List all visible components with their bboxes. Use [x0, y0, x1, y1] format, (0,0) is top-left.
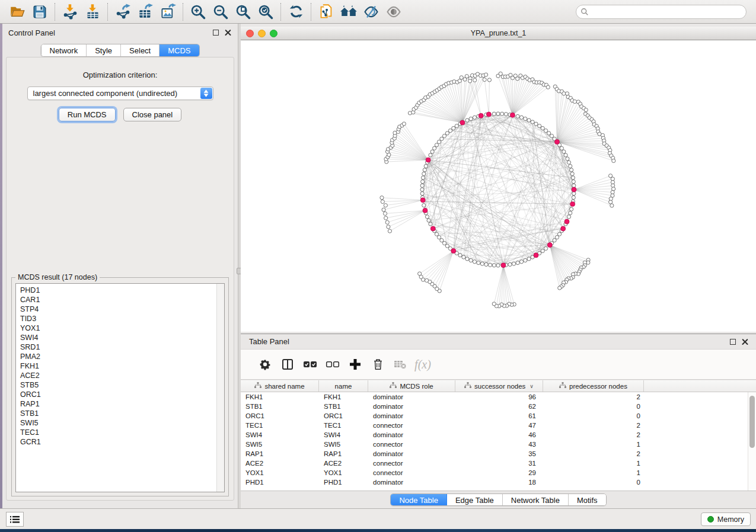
- network-node[interactable]: [571, 176, 575, 180]
- deselect-all-icon[interactable]: [321, 360, 344, 368]
- column-header-predecessor-nodes[interactable]: predecessor nodes: [543, 380, 644, 392]
- network-node[interactable]: [473, 116, 476, 119]
- network-node[interactable]: [557, 232, 561, 236]
- zoom-fit-icon[interactable]: [232, 2, 254, 21]
- network-node[interactable]: [477, 261, 480, 265]
- table-row[interactable]: SWI4SWI4dominator462: [241, 430, 756, 440]
- network-canvas[interactable]: [241, 40, 756, 332]
- column-header-shared-name[interactable]: shared name: [241, 380, 319, 392]
- network-node[interactable]: [445, 244, 449, 248]
- optimization-criterion-select[interactable]: largest connected component (undirected): [27, 86, 213, 100]
- network-node[interactable]: [569, 211, 572, 214]
- network-node[interactable]: [611, 184, 615, 187]
- network-node[interactable]: [430, 150, 434, 153]
- refresh-layout-icon[interactable]: [285, 2, 307, 21]
- network-node[interactable]: [452, 126, 455, 130]
- network-node[interactable]: [437, 235, 441, 239]
- network-node[interactable]: [440, 239, 444, 242]
- network-node[interactable]: [496, 264, 500, 267]
- network-node[interactable]: [492, 302, 496, 306]
- table-row[interactable]: TEC1TEC1connector472: [241, 421, 756, 430]
- show-panel-icon[interactable]: [382, 2, 405, 21]
- mcds-result-item[interactable]: ORC1: [20, 390, 224, 399]
- network-node[interactable]: [560, 146, 563, 150]
- network-node[interactable]: [516, 261, 519, 265]
- network-node[interactable]: [524, 258, 527, 262]
- hide-panel-icon[interactable]: [360, 2, 382, 21]
- import-table-icon[interactable]: [81, 2, 104, 21]
- network-node[interactable]: [424, 164, 428, 168]
- network-mcds-node[interactable]: [561, 226, 566, 231]
- network-node[interactable]: [423, 168, 426, 172]
- network-mcds-node[interactable]: [451, 249, 456, 254]
- network-node[interactable]: [468, 79, 472, 83]
- table-row[interactable]: STB1STB1dominator620: [241, 402, 756, 411]
- network-node[interactable]: [500, 112, 504, 116]
- network-node[interactable]: [448, 129, 452, 132]
- zoom-in-icon[interactable]: [187, 2, 209, 21]
- network-node[interactable]: [473, 78, 477, 82]
- import-network-icon[interactable]: [59, 2, 81, 21]
- mcds-result-list[interactable]: PHD1CAR1STP4TID3YOX1SWI4SRD1PMA2FKH1ACE2…: [15, 283, 225, 492]
- network-node[interactable]: [564, 153, 567, 157]
- open-session-icon[interactable]: [6, 2, 28, 21]
- network-node[interactable]: [572, 192, 576, 196]
- network-node[interactable]: [384, 216, 388, 220]
- network-node[interactable]: [380, 196, 384, 200]
- network-node[interactable]: [562, 150, 566, 153]
- close-panel-button[interactable]: Close panel: [123, 108, 182, 121]
- function-builder-icon[interactable]: f(x): [412, 358, 434, 371]
- table-row[interactable]: FKH1FKH1dominator962: [241, 392, 756, 402]
- node-table[interactable]: shared namenameMCDS rolesuccessor nodes∨…: [241, 380, 756, 491]
- network-node[interactable]: [570, 168, 573, 172]
- network-node[interactable]: [381, 200, 384, 203]
- network-node[interactable]: [570, 172, 574, 175]
- export-network-icon[interactable]: [111, 2, 134, 21]
- network-node[interactable]: [547, 132, 551, 135]
- network-node[interactable]: [550, 134, 553, 137]
- tab-select[interactable]: Select: [121, 44, 160, 56]
- mcds-result-item[interactable]: FKH1: [20, 361, 224, 371]
- new-network-icon[interactable]: [315, 2, 337, 21]
- column-header-name[interactable]: name: [319, 380, 368, 392]
- network-node[interactable]: [504, 113, 508, 116]
- network-node[interactable]: [524, 117, 527, 120]
- export-table-icon[interactable]: [134, 2, 157, 21]
- network-node[interactable]: [382, 208, 385, 211]
- mcds-result-item[interactable]: RAP1: [20, 399, 224, 409]
- network-node[interactable]: [519, 260, 523, 264]
- network-node[interactable]: [573, 100, 576, 103]
- network-node[interactable]: [569, 164, 572, 168]
- delete-table-icon[interactable]: [389, 360, 412, 369]
- network-node[interactable]: [421, 180, 425, 184]
- network-node[interactable]: [402, 122, 406, 126]
- close-table-panel-icon[interactable]: [742, 338, 749, 345]
- network-node[interactable]: [469, 117, 473, 120]
- table-tab-node-table[interactable]: Node Table: [391, 494, 447, 505]
- home-icon[interactable]: [337, 2, 360, 21]
- network-node[interactable]: [480, 262, 484, 265]
- table-scrollbar[interactable]: [748, 392, 756, 491]
- network-mcds-node[interactable]: [564, 219, 569, 224]
- network-node[interactable]: [546, 85, 550, 89]
- network-node[interactable]: [440, 137, 444, 140]
- tab-mcds[interactable]: MCDS: [160, 44, 199, 56]
- network-mcds-node[interactable]: [554, 139, 559, 144]
- network-node[interactable]: [458, 254, 462, 257]
- mcds-result-item[interactable]: ACE2: [20, 371, 224, 380]
- network-mcds-node[interactable]: [572, 187, 576, 192]
- float-table-panel-icon[interactable]: [730, 339, 736, 345]
- mcds-result-item[interactable]: PHD1: [20, 286, 224, 295]
- zoom-out-icon[interactable]: [209, 2, 232, 21]
- network-node[interactable]: [445, 132, 449, 135]
- network-node[interactable]: [544, 129, 547, 132]
- network-node[interactable]: [458, 79, 461, 82]
- network-node[interactable]: [483, 78, 486, 81]
- mcds-result-item[interactable]: SWI5: [20, 418, 224, 428]
- mcds-result-item[interactable]: SWI4: [20, 333, 224, 342]
- network-node[interactable]: [384, 204, 387, 207]
- network-node[interactable]: [555, 235, 559, 239]
- float-panel-icon[interactable]: [213, 30, 219, 36]
- network-node[interactable]: [435, 143, 438, 147]
- mcds-result-item[interactable]: SRD1: [20, 342, 224, 352]
